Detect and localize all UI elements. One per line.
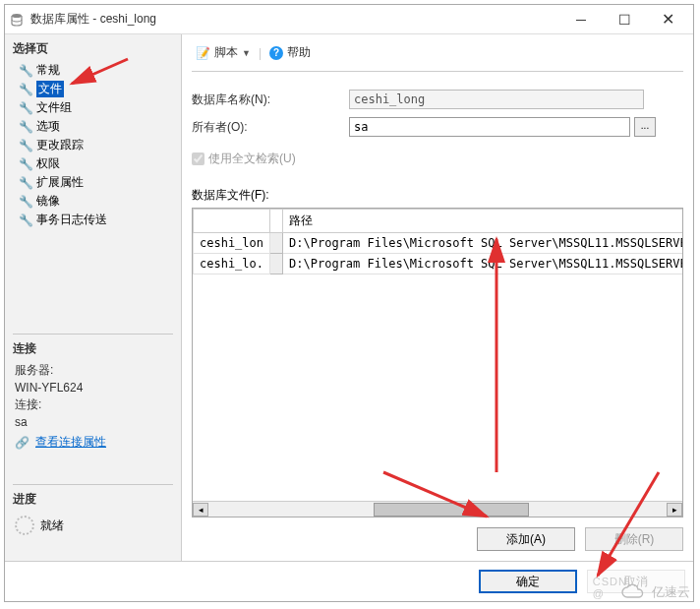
- maximize-button[interactable]: ☐: [603, 6, 646, 33]
- wrench-icon: 🔧: [19, 176, 32, 190]
- col-path[interactable]: 路径: [283, 210, 683, 233]
- sidebar: 选择页 🔧常规 🔧文件 🔧文件组 🔧选项 🔧更改跟踪 🔧权限 🔧扩展属性 🔧镜像…: [5, 34, 182, 561]
- watermark: CSDN @ 亿速云: [620, 583, 690, 601]
- files-label: 数据库文件(F):: [192, 187, 683, 204]
- remove-button: 删除(R): [585, 527, 683, 551]
- sidebar-item-extprops[interactable]: 🔧扩展属性: [5, 173, 181, 192]
- sidebar-item-changetracking[interactable]: 🔧更改跟踪: [5, 136, 181, 154]
- ok-button[interactable]: 确定: [479, 570, 577, 593]
- owner-browse-button[interactable]: ...: [634, 117, 656, 137]
- main-panel: 📝 脚本 ▼ | ? 帮助 数据库名称(N): 所有者(O): ...: [182, 34, 693, 561]
- sidebar-item-permissions[interactable]: 🔧权限: [5, 154, 181, 173]
- select-page-header: 选择页: [5, 36, 181, 61]
- svg-point-0: [12, 14, 22, 18]
- wrench-icon: 🔧: [19, 120, 32, 134]
- progress-status: 就绪: [5, 512, 181, 539]
- files-grid[interactable]: 路径 ceshi_lon D:\Program Files\Microsoft …: [192, 208, 683, 518]
- sidebar-item-mirroring[interactable]: 🔧镜像: [5, 192, 181, 211]
- db-name-label: 数据库名称(N):: [192, 91, 349, 108]
- owner-label: 所有者(O):: [192, 119, 349, 136]
- wrench-icon: 🔧: [19, 195, 32, 209]
- sidebar-item-filegroups[interactable]: 🔧文件组: [5, 98, 181, 117]
- scroll-right-arrow[interactable]: ▸: [667, 503, 682, 517]
- server-value: WIN-YFL624: [5, 380, 181, 396]
- titlebar[interactable]: 数据库属性 - ceshi_long ─ ☐ ✕: [5, 5, 693, 34]
- progress-header: 进度: [5, 487, 181, 512]
- toolbar: 📝 脚本 ▼ | ? 帮助: [192, 40, 683, 72]
- db-name-input: [349, 90, 644, 109]
- scroll-thumb[interactable]: [374, 503, 529, 517]
- minimize-button[interactable]: ─: [559, 6, 603, 33]
- wrench-icon: 🔧: [19, 139, 32, 152]
- connection-icon: 🔗: [15, 436, 29, 450]
- view-connection-props[interactable]: 🔗 查看连接属性: [5, 430, 181, 455]
- add-button[interactable]: 添加(A): [477, 527, 575, 551]
- db-icon: [9, 12, 25, 28]
- owner-input[interactable]: [349, 117, 630, 137]
- sidebar-item-options[interactable]: 🔧选项: [5, 117, 181, 136]
- table-row: ceshi_lo. D:\Program Files\Microsoft SQL…: [194, 254, 684, 274]
- wrench-icon: 🔧: [19, 157, 32, 171]
- footer: 确定 取消: [5, 561, 693, 601]
- help-icon: ?: [269, 46, 283, 60]
- connection-header: 连接: [5, 336, 181, 361]
- window-frame: 数据库属性 - ceshi_long ─ ☐ ✕ 选择页 🔧常规 🔧文件 🔧文件…: [4, 4, 694, 602]
- wrench-icon: 🔧: [19, 83, 32, 96]
- window-title: 数据库属性 - ceshi_long: [30, 11, 559, 28]
- sidebar-item-general[interactable]: 🔧常规: [5, 61, 181, 80]
- wrench-icon: 🔧: [19, 101, 32, 115]
- chevron-down-icon: ▼: [242, 48, 251, 58]
- sidebar-item-logshipping[interactable]: 🔧事务日志传送: [5, 211, 181, 229]
- server-label: 服务器:: [5, 361, 181, 380]
- wrench-icon: 🔧: [19, 64, 32, 78]
- content-area: 选择页 🔧常规 🔧文件 🔧文件组 🔧选项 🔧更改跟踪 🔧权限 🔧扩展属性 🔧镜像…: [5, 34, 693, 561]
- wrench-icon: 🔧: [19, 213, 32, 227]
- connection-value: sa: [5, 414, 181, 430]
- fulltext-label: 使用全文检索(U): [208, 151, 296, 167]
- table-row: ceshi_lon D:\Program Files\Microsoft SQL…: [194, 233, 684, 254]
- close-button[interactable]: ✕: [646, 6, 689, 33]
- scroll-left-arrow[interactable]: ◂: [193, 503, 208, 517]
- script-button[interactable]: 📝 脚本 ▼: [192, 42, 255, 63]
- horizontal-scrollbar[interactable]: ◂ ▸: [193, 501, 682, 517]
- cloud-icon: [620, 584, 646, 600]
- fulltext-checkbox: [192, 152, 204, 165]
- progress-spinner-icon: [15, 516, 34, 535]
- connection-label: 连接:: [5, 396, 181, 414]
- row-browse-button[interactable]: [270, 254, 283, 274]
- help-button[interactable]: ? 帮助: [265, 42, 315, 63]
- script-icon: 📝: [196, 46, 210, 60]
- sidebar-item-files[interactable]: 🔧文件: [5, 80, 181, 98]
- row-browse-button[interactable]: [270, 233, 283, 254]
